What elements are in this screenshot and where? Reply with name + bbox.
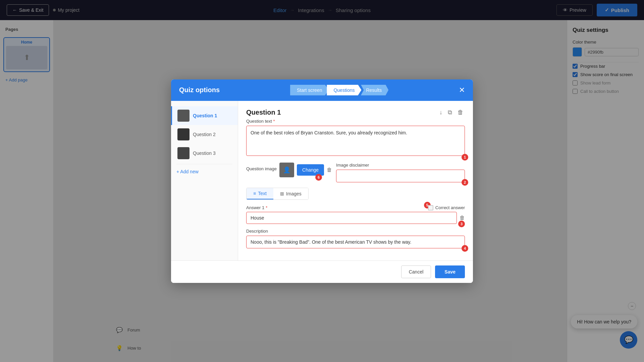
description-input[interactable]	[246, 236, 465, 248]
answer-input-row: 🗑 3	[246, 212, 465, 224]
step-questions-label: Questions	[333, 87, 355, 93]
modal-overlay: Quiz options Start screen Questions Resu…	[0, 0, 644, 362]
modal-close-button[interactable]: ✕	[459, 86, 465, 94]
image-placeholder-icon: 👤	[283, 166, 290, 174]
question-title-row: Question 1 ↓ ⧉ 🗑	[246, 108, 465, 117]
correct-answer-label: Correct answer	[435, 205, 465, 210]
question-3-label: Question 3	[193, 150, 216, 156]
question-text-section: Question text * 1	[246, 119, 465, 157]
cancel-button[interactable]: Cancel	[401, 265, 431, 278]
duplicate-button[interactable]: ⧉	[446, 108, 453, 117]
question-text-input[interactable]	[246, 126, 465, 156]
badge-3: 3	[458, 221, 465, 227]
question-text-label: Question text *	[246, 119, 465, 124]
save-button[interactable]: Save	[435, 265, 465, 278]
modal-main-content: Question 1 ↓ ⧉ 🗑 Question text * 1	[238, 101, 473, 260]
delete-answer-button[interactable]: 🗑	[460, 215, 465, 221]
question-actions: ↓ ⧉ 🗑	[438, 108, 465, 117]
question-item-3[interactable]: Question 3	[171, 144, 238, 163]
images-tab-icon: ⊞	[280, 191, 284, 196]
required-star-2: *	[266, 205, 267, 210]
image-section: Question image 👤 Change 🗑 6	[246, 163, 332, 177]
modal-steps: Start screen Questions Results	[290, 85, 388, 96]
sidebar-divider	[176, 164, 232, 164]
modal-step-start[interactable]: Start screen	[290, 85, 329, 96]
quiz-options-modal: Quiz options Start screen Questions Resu…	[171, 79, 473, 283]
question-title: Question 1	[246, 109, 281, 116]
modal-header: Quiz options Start screen Questions Resu…	[171, 79, 473, 101]
question-item-1[interactable]: Question 1	[171, 106, 238, 125]
modal-title: Quiz options	[179, 86, 220, 94]
question-2-thumb	[177, 128, 190, 140]
badge-1: 1	[462, 154, 468, 161]
badge-4: 4	[462, 245, 468, 252]
description-label: Description	[246, 229, 465, 234]
delete-image-button[interactable]: 🗑	[327, 167, 332, 173]
question-1-label: Question 1	[193, 113, 217, 118]
question-1-thumb	[177, 110, 190, 122]
image-disclaimer-input[interactable]	[336, 170, 465, 182]
question-item-2[interactable]: Question 2	[171, 125, 238, 144]
image-disclaimer-label: Image disclaimer	[336, 163, 465, 168]
step-results-label: Results	[366, 87, 382, 93]
answer-1-row: Answer 1 * 5 Correct answer 🗑 3	[246, 205, 465, 224]
question-2-label: Question 2	[193, 132, 216, 137]
text-tab-icon: ≡	[253, 191, 256, 196]
badge-6: 6	[315, 174, 322, 181]
answer-label-row: Answer 1 * 5 Correct answer	[246, 205, 465, 210]
text-tab-label: Text	[258, 191, 267, 196]
text-tab[interactable]: ≡ Text	[247, 188, 273, 199]
question-3-thumb	[177, 147, 190, 159]
questions-list-sidebar: Question 1 Question 2 Question 3 + Add n…	[171, 101, 238, 260]
disclaimer-section: Image disclaimer 2	[336, 163, 465, 182]
description-section: Description 4	[246, 229, 465, 248]
question-image-label: Question image	[246, 166, 277, 171]
modal-body: Question 1 Question 2 Question 3 + Add n…	[171, 101, 473, 260]
change-image-button[interactable]: Change	[297, 164, 324, 176]
images-tab-label: Images	[286, 191, 302, 196]
add-new-question-button[interactable]: + Add new	[171, 166, 238, 178]
question-image-thumb: 👤	[279, 163, 294, 177]
move-down-button[interactable]: ↓	[438, 108, 444, 117]
required-star-1: *	[273, 119, 275, 124]
badge-2: 2	[462, 179, 468, 186]
images-tab[interactable]: ⊞ Images	[273, 188, 308, 199]
correct-answer-checkbox[interactable]: 5 Correct answer	[428, 205, 465, 210]
correct-checkbox-box[interactable]	[428, 205, 433, 210]
image-disclaimer-row: Question image 👤 Change 🗑 6 Image discla…	[246, 163, 465, 182]
answer-type-tabs: ≡ Text ⊞ Images	[246, 188, 309, 200]
modal-step-questions[interactable]: Questions	[327, 85, 361, 96]
modal-footer: Cancel Save	[171, 260, 473, 283]
modal-step-results[interactable]: Results	[359, 85, 388, 96]
delete-question-button[interactable]: 🗑	[456, 108, 465, 117]
answer-1-label: Answer 1 *	[246, 205, 267, 210]
answer-1-input[interactable]	[246, 212, 457, 224]
step-start-label: Start screen	[297, 87, 322, 93]
